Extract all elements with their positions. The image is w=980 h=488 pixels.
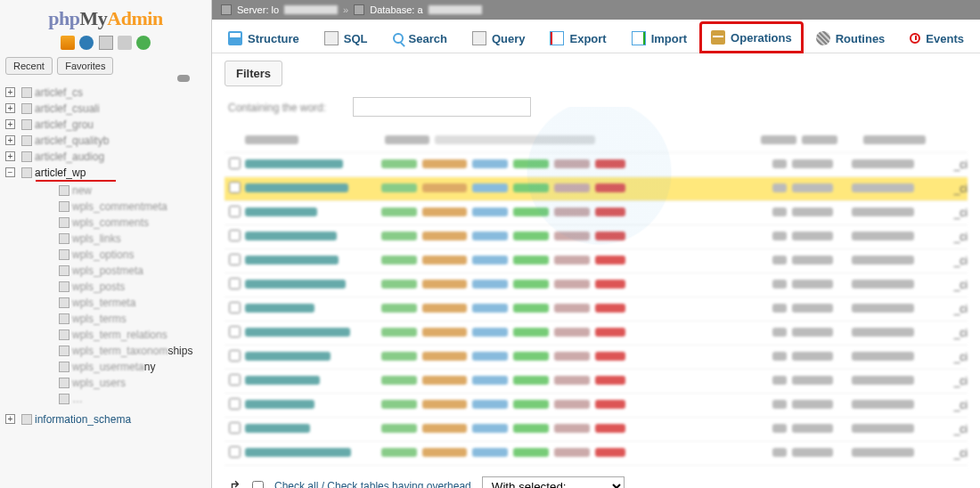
tab-routines[interactable]: Routines <box>804 23 897 53</box>
table-item[interactable]: wpls_users <box>72 376 126 391</box>
collation-suffix: _ci <box>954 183 968 195</box>
db-item-information-schema[interactable]: information_schema <box>35 413 131 426</box>
row-checkbox[interactable] <box>229 278 241 289</box>
row-checkbox[interactable] <box>229 446 241 458</box>
table-item[interactable]: wpls_termeta <box>72 296 135 311</box>
table-row[interactable]: _ci <box>225 370 968 394</box>
row-checkbox[interactable] <box>229 302 241 313</box>
db-item[interactable]: articlef_qualityb <box>35 134 109 147</box>
row-checkbox[interactable] <box>229 254 241 265</box>
collation-suffix: _ci <box>954 207 968 219</box>
table-row[interactable]: _ci <box>225 153 968 177</box>
table-row[interactable]: _ci <box>225 442 968 466</box>
tab-label: Routines <box>836 32 886 45</box>
table-row[interactable]: _ci <box>225 273 968 297</box>
expand-icon[interactable]: + <box>5 103 15 113</box>
containing-word-input[interactable] <box>353 97 531 117</box>
database-icon <box>21 87 32 98</box>
table-item[interactable]: wpls_options <box>72 248 134 263</box>
table-row[interactable]: _ci <box>225 225 968 249</box>
table-item[interactable]: wpls_postmeta <box>72 264 143 279</box>
row-checkbox[interactable] <box>229 422 241 434</box>
tables-listing: _ci_ci_ci_ci_ci_ci_ci_ci_ci_ci_ci_ci_ci <box>225 129 968 466</box>
home-icon[interactable] <box>61 36 75 50</box>
collation-suffix: _ci <box>954 351 968 363</box>
database-icon[interactable] <box>354 4 364 15</box>
row-checkbox[interactable] <box>229 374 241 386</box>
table-item[interactable]: wpls_commentmeta <box>72 199 167 215</box>
collation-suffix: _ci <box>954 303 968 315</box>
row-checkbox[interactable] <box>229 398 241 410</box>
row-checkbox[interactable] <box>229 206 241 217</box>
search-icon <box>393 33 404 44</box>
table-row[interactable]: _ci <box>225 321 968 346</box>
table-item[interactable]: wpls_term_taxonom <box>72 344 167 359</box>
row-checkbox[interactable] <box>229 158 241 169</box>
table-item[interactable]: wpls_links <box>72 232 121 247</box>
table-list: new wpls_commentmeta wpls_comments wpls_… <box>21 183 208 408</box>
tab-label: Export <box>569 32 606 45</box>
database-icon <box>21 135 32 146</box>
expand-icon[interactable]: + <box>5 119 15 129</box>
db-item[interactable]: articlef_csuali <box>35 102 100 115</box>
table-row[interactable]: _ci <box>225 346 968 370</box>
with-selected-dropdown[interactable]: With selected: <box>482 476 625 488</box>
table-row[interactable]: _ci <box>225 418 968 442</box>
phpmyadmin-logo[interactable]: phpMyAdmin <box>0 0 211 34</box>
tab-sql[interactable]: SQL <box>313 23 380 53</box>
table-icon <box>59 265 69 276</box>
tab-search[interactable]: Search <box>381 23 459 53</box>
table-row[interactable]: _ci <box>225 297 968 321</box>
breadcrumb-server[interactable]: Server: lo <box>237 0 279 20</box>
table-item[interactable]: new <box>72 183 92 199</box>
tab-operations[interactable]: Operations <box>699 21 804 53</box>
table-icon <box>59 281 69 292</box>
expand-icon[interactable]: + <box>5 151 15 161</box>
db-item[interactable]: articlef_cs <box>35 86 83 99</box>
docs-icon[interactable] <box>99 36 113 50</box>
check-all-checkbox[interactable] <box>252 481 264 489</box>
db-item[interactable]: articlef_grou <box>35 118 94 131</box>
table-row[interactable]: _ci <box>225 394 968 418</box>
row-checkbox[interactable] <box>229 350 241 362</box>
table-item[interactable]: wpls_posts <box>72 280 125 295</box>
expand-icon[interactable]: + <box>5 135 15 145</box>
reload-icon[interactable] <box>136 36 151 50</box>
tab-query[interactable]: Query <box>461 23 537 53</box>
tab-export[interactable]: Export <box>538 23 617 53</box>
table-item[interactable]: wpls_usermeta <box>72 360 144 375</box>
row-checkbox[interactable] <box>229 230 241 241</box>
expand-icon[interactable]: + <box>5 87 15 97</box>
settings-icon[interactable] <box>118 36 132 50</box>
server-icon[interactable] <box>221 4 232 15</box>
logout-icon[interactable] <box>79 36 94 50</box>
row-checkbox[interactable] <box>229 182 241 193</box>
db-item-selected[interactable]: articlef_wp <box>35 167 86 179</box>
collapse-icon[interactable]: − <box>5 167 15 177</box>
table-item[interactable]: wpls_comments <box>72 216 149 231</box>
recent-tab[interactable]: Recent <box>5 57 53 75</box>
database-icon <box>21 103 32 114</box>
table-row[interactable]: _ci <box>225 249 968 273</box>
tab-events[interactable]: Events <box>898 23 976 53</box>
table-item[interactable]: wpls_terms <box>72 312 127 327</box>
tab-import[interactable]: Import <box>620 23 698 53</box>
table-icon <box>59 313 69 324</box>
import-icon <box>632 31 646 45</box>
tab-structure[interactable]: Structure <box>216 23 311 53</box>
breadcrumb-database[interactable]: Database: a <box>370 0 422 20</box>
table-row[interactable]: _ci <box>225 201 968 225</box>
collation-suffix: _ci <box>954 255 968 267</box>
sql-icon <box>324 31 339 45</box>
nav-link-icon[interactable] <box>177 75 190 82</box>
table-icon <box>59 233 69 244</box>
tab-label: Import <box>651 32 687 45</box>
table-item[interactable]: … <box>72 392 83 407</box>
expand-icon[interactable]: + <box>5 414 15 424</box>
db-item[interactable]: articlef_audiog <box>35 150 104 163</box>
check-all-link[interactable]: Check all / Check tables having overhead <box>274 480 471 488</box>
table-row[interactable]: _ci <box>225 177 968 201</box>
row-checkbox[interactable] <box>229 326 241 338</box>
favorites-tab[interactable]: Favorites <box>57 57 113 75</box>
table-item[interactable]: wpls_term_relations <box>72 328 167 343</box>
